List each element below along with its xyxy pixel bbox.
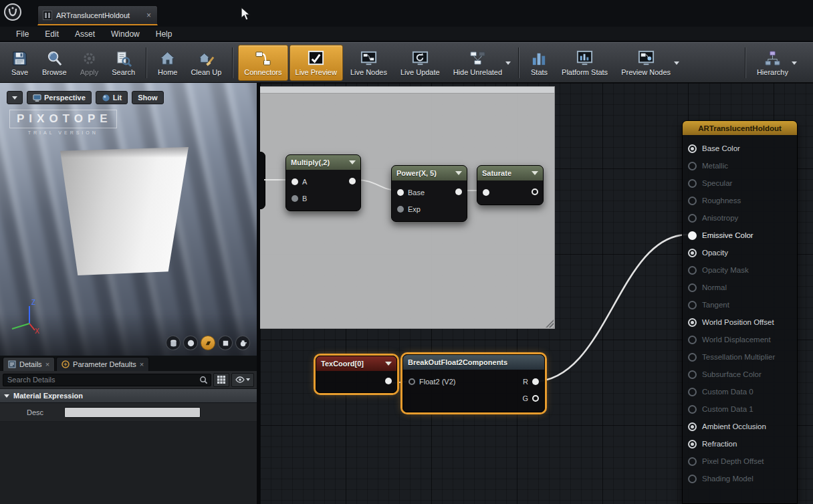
material-input-pin[interactable] <box>688 422 697 431</box>
output-pin[interactable] <box>532 395 539 402</box>
menu-help[interactable]: Help <box>148 27 181 41</box>
material-input-pin[interactable] <box>688 266 697 275</box>
live-preview-button[interactable]: Live Preview <box>289 45 343 81</box>
connectors-button[interactable]: Connectors <box>238 45 287 81</box>
chevron-down-icon[interactable] <box>385 362 392 366</box>
menu-window[interactable]: Window <box>103 27 148 41</box>
saturate-node[interactable]: Saturate <box>477 165 544 205</box>
desc-input[interactable] <box>64 407 201 418</box>
material-input-pin[interactable] <box>688 179 697 188</box>
input-pin[interactable] <box>483 189 489 196</box>
material-input-pin[interactable] <box>688 475 697 483</box>
material-input-pin[interactable] <box>688 231 697 240</box>
preview-viewport[interactable]: PIXOTOPE TRIAL VERSION Perspective Lit S… <box>0 83 257 356</box>
output-pin[interactable] <box>349 178 356 184</box>
home-button[interactable]: Home <box>152 45 183 81</box>
material-input-pin[interactable] <box>688 162 697 170</box>
view-mode-button[interactable]: Lit <box>96 91 128 104</box>
tab-parameter-defaults[interactable]: Parameter Defaults × <box>56 357 149 371</box>
material-input-pin[interactable] <box>688 405 697 414</box>
asset-tab[interactable]: ARTranslucentHoldout × <box>37 5 158 25</box>
chevron-down-icon[interactable] <box>792 61 797 65</box>
material-input-pin[interactable] <box>688 370 697 379</box>
breakout-node-header[interactable]: BreakOutFloat2Components <box>403 355 544 370</box>
menu-edit[interactable]: Edit <box>37 27 67 41</box>
multiply-node-header[interactable]: Multiply(,2) <box>286 155 360 170</box>
clean-up-button[interactable]: Clean Up <box>185 45 227 81</box>
input-pin[interactable] <box>409 378 415 385</box>
saturate-node-header[interactable]: Saturate <box>477 166 543 180</box>
search-details-input[interactable] <box>3 374 211 386</box>
material-input-pin[interactable] <box>688 388 697 396</box>
material-input-pin[interactable] <box>688 336 697 344</box>
visibility-filter-button[interactable] <box>231 373 254 387</box>
input-pin[interactable] <box>397 189 404 196</box>
search-button[interactable]: Search <box>106 45 141 81</box>
chevron-down-icon[interactable] <box>455 171 462 175</box>
resize-handle[interactable] <box>546 320 554 328</box>
material-input-pin[interactable] <box>688 457 697 466</box>
stats-button[interactable]: Stats <box>524 45 554 81</box>
output-pin[interactable] <box>455 188 462 195</box>
preview-cube-button[interactable] <box>218 336 233 350</box>
power-node[interactable]: Power(X, 5) Base Exp <box>391 165 467 222</box>
material-input-pin[interactable] <box>688 214 697 223</box>
browse-button[interactable]: Browse <box>36 45 73 81</box>
chevron-down-icon[interactable] <box>349 160 356 164</box>
material-input-pin[interactable] <box>688 318 697 327</box>
live-update-button[interactable]: Live Update <box>394 45 446 81</box>
menu-file[interactable]: File <box>8 27 37 41</box>
home-icon <box>158 49 177 68</box>
texcoord-node-header[interactable]: TexCoord[0] <box>316 356 396 371</box>
output-pin[interactable] <box>385 378 392 384</box>
output-pin[interactable] <box>532 378 539 385</box>
material-input-pin[interactable] <box>688 249 697 257</box>
save-button[interactable]: Save <box>5 45 35 81</box>
texcoord-node[interactable]: TexCoord[0] <box>316 356 397 393</box>
input-pin[interactable] <box>397 206 404 213</box>
live-nodes-button[interactable]: Live Nodes <box>344 45 393 81</box>
chevron-down-icon[interactable] <box>532 171 538 175</box>
output-pin[interactable] <box>532 188 538 195</box>
preview-mesh-button[interactable] <box>235 336 250 350</box>
tab-details[interactable]: Details × <box>3 357 55 371</box>
multiply-node[interactable]: Multiply(,2) A B <box>285 154 361 211</box>
tab-close-icon[interactable]: × <box>145 11 152 20</box>
material-input-pin[interactable] <box>688 283 697 292</box>
material-expression-section-header[interactable]: Material Expression <box>0 389 257 403</box>
input-pin[interactable] <box>292 178 298 185</box>
material-input-pin[interactable] <box>688 301 697 309</box>
viewport-options-button[interactable] <box>7 91 23 104</box>
material-input-pin[interactable] <box>688 197 697 205</box>
preview-cylinder-button[interactable] <box>166 336 181 350</box>
close-icon[interactable]: × <box>140 360 144 368</box>
platform-stats-button[interactable]: Platform Stats <box>556 45 614 81</box>
material-input-pin[interactable] <box>688 353 697 362</box>
input-pin[interactable] <box>292 195 298 202</box>
chevron-down-icon[interactable] <box>674 61 679 65</box>
preview-nodes-button[interactable]: Preview Nodes <box>615 45 682 81</box>
close-icon[interactable]: × <box>45 360 49 368</box>
chevron-down-icon[interactable] <box>505 61 511 65</box>
material-node-header[interactable]: ARTranslucentHoldout <box>683 121 797 135</box>
show-menu-button[interactable]: Show <box>132 91 163 104</box>
material-pin-row: Metallic <box>683 157 797 174</box>
camera-mode-button[interactable]: Perspective <box>27 91 92 104</box>
unreal-logo <box>3 3 22 21</box>
power-node-header[interactable]: Power(X, 5) <box>392 166 467 180</box>
apply-button[interactable]: Apply <box>74 45 105 81</box>
menu-asset[interactable]: Asset <box>67 27 103 41</box>
preview-sphere-button[interactable] <box>183 336 198 350</box>
hierarchy-button[interactable]: Hierarchy <box>751 45 800 81</box>
hide-unrelated-button[interactable]: Hide Unrelated <box>447 45 513 81</box>
viewport-toolbar: Perspective Lit Show <box>7 91 164 104</box>
grid-view-button[interactable] <box>213 373 229 387</box>
offscreen-node[interactable] <box>260 152 265 209</box>
material-result-node[interactable]: ARTranslucentHoldout Base Color Metallic <box>682 120 798 504</box>
preview-plane-button[interactable] <box>201 336 215 350</box>
material-pin-row: Custom Data 0 <box>683 383 797 400</box>
material-input-pin[interactable] <box>688 440 697 449</box>
material-graph-canvas[interactable]: Multiply(,2) A B Power(X, 5) Base Exp <box>260 83 813 504</box>
material-input-pin[interactable] <box>688 144 697 153</box>
breakout-float2-node[interactable]: BreakOutFloat2Components Float2 (V2) R G <box>402 354 545 412</box>
